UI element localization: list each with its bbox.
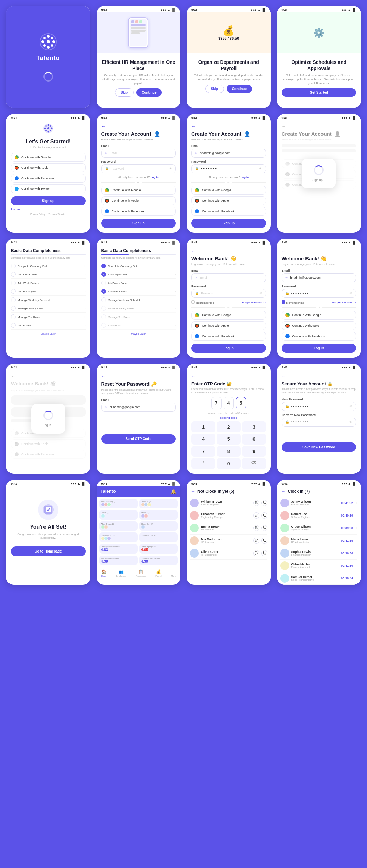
bdc-item-complete-company[interactable]: ✓ Complete Company Data › (101, 262, 176, 270)
call-btn[interactable]: 📞 (261, 525, 267, 531)
login-button[interactable]: Log in (191, 344, 266, 353)
clock-in-card[interactable]: Clock In (7) (139, 499, 178, 508)
otp-box-1[interactable]: 7 (211, 397, 222, 409)
back-arrow[interactable]: ← (191, 124, 266, 129)
reset-email-input[interactable]: ✉ hr.admin@google.com (101, 403, 176, 412)
password-input[interactable]: 🔒 •••••••••• 👁 (282, 289, 356, 298)
skip-button-2[interactable]: Skip (205, 85, 224, 93)
email-input[interactable]: ✉ hr.admin@google.com (282, 273, 356, 282)
bdc-item-employees[interactable]: ✓ Add Employees › (101, 287, 176, 296)
remember-checkbox-checked[interactable] (282, 300, 285, 304)
password-input[interactable]: 🔒 Password 👁 (191, 289, 266, 298)
numpad-2[interactable]: 2 (217, 421, 241, 432)
bdc-item-salary[interactable]: Manage Salary Rates › (101, 304, 176, 313)
bdc-item-employees[interactable]: Add Employees › (11, 287, 86, 296)
message-btn[interactable]: 💬 (253, 525, 259, 531)
numpad-0[interactable]: 0 (217, 458, 241, 469)
bdc-item-tax[interactable]: Manage Tax Rates › (11, 313, 86, 321)
overtime-in-card[interactable]: Overtime In (3) (99, 532, 138, 542)
terms-link[interactable]: Terms of Service (48, 213, 66, 215)
numpad-3[interactable]: 3 (242, 421, 266, 432)
signup-button[interactable]: Sign up (191, 219, 266, 228)
bdc-item-admin[interactable]: Add Admin › (101, 321, 176, 330)
not-clock-in-card[interactable]: Not Clock In (3) (99, 499, 138, 508)
apple-btn[interactable]: 🍎 Continue with Apple (282, 321, 356, 330)
bdc-item-workday[interactable]: Manage Workday Schedule › (11, 296, 86, 304)
otp-box-3[interactable]: 5 (236, 397, 246, 409)
numpad-9[interactable]: 9 (242, 446, 266, 457)
apple-login-btn[interactable]: 🍎 Continue with Apple (11, 163, 86, 172)
message-btn[interactable]: 💬 (253, 538, 259, 544)
bdc-item-salary[interactable]: Manage Salary Rates › (11, 304, 86, 313)
call-btn[interactable]: 📞 (261, 550, 267, 556)
bdc-item-work-pattern[interactable]: Add Work Pattern › (11, 279, 86, 287)
otp-input-boxes[interactable]: 7 4 5 (191, 397, 266, 409)
login-button[interactable]: Log in (282, 344, 356, 353)
nav-payroll[interactable]: 💰 Payroll (155, 569, 161, 577)
resend-link[interactable]: Resend code (220, 416, 237, 419)
apple-btn[interactable]: 🍎 Continue with Apple (101, 196, 176, 205)
forgot-password-link[interactable]: Forgot Password? (332, 301, 356, 304)
call-btn[interactable]: 📞 (261, 538, 267, 544)
remember-checkbox[interactable] (191, 300, 195, 304)
email-input[interactable]: ✉ hr.admin@google.com (191, 149, 266, 158)
send-otp-button[interactable]: Send OTP Code (101, 434, 176, 444)
numpad-backspace[interactable]: ⌫ (242, 458, 266, 469)
back-arrow[interactable]: ← (191, 489, 195, 494)
message-btn[interactable]: 💬 (253, 512, 259, 519)
apple-btn[interactable]: 🍎 Continue with Apple (191, 196, 266, 205)
facebook-btn[interactable]: Continue with Facebook (191, 207, 266, 216)
back-arrow[interactable]: ← (101, 373, 176, 379)
bdc-item-add-dept[interactable]: Add Department › (11, 270, 86, 279)
google-btn[interactable]: Continue with Google (191, 186, 266, 195)
bdc-item-work-pattern[interactable]: Add Work Pattern › (101, 279, 176, 287)
clock-out-card[interactable]: Clock Out (1) (139, 521, 178, 531)
continue-button[interactable]: Continue (136, 88, 162, 97)
forgot-password-link[interactable]: Forgot Password? (242, 301, 266, 304)
email-input[interactable]: ✉ Email (101, 149, 176, 158)
maybe-later-link[interactable]: Maybe Later (11, 332, 86, 336)
login-link[interactable]: Log in (11, 207, 20, 211)
overtime-out-card[interactable]: Overtime Out (0) (139, 532, 178, 542)
apple-btn[interactable]: 🍎 Continue with Apple (191, 321, 266, 330)
back-arrow[interactable]: ← (282, 373, 356, 379)
numpad-6[interactable]: 6 (242, 434, 266, 445)
message-btn[interactable]: 💬 (253, 500, 259, 506)
twitter-login-btn[interactable]: Continue with Twitter (11, 184, 86, 193)
facebook-btn[interactable]: Continue with Facebook (282, 332, 356, 341)
numpad-7[interactable]: 7 (191, 446, 215, 457)
nav-attendance[interactable]: 📋 Attendance (136, 569, 146, 577)
numpad-star[interactable]: * (191, 458, 215, 469)
back-arrow[interactable]: ← (281, 489, 286, 494)
after-break-card[interactable]: After Break (2) (99, 521, 138, 531)
nav-home[interactable]: 🏠 Home (101, 569, 106, 577)
facebook-btn[interactable]: Continue with Facebook (101, 207, 176, 216)
bdc-item-complete-company[interactable]: Complete Company Data › (11, 262, 86, 270)
password-input[interactable]: 🔒 Password 👁 (101, 164, 176, 173)
back-arrow[interactable]: ← (101, 124, 176, 129)
skip-button[interactable]: Skip (115, 88, 134, 97)
nav-employees[interactable]: 👥 Employees (116, 569, 126, 577)
nav-more[interactable]: ⋯ More (171, 569, 176, 577)
login-link[interactable]: Log in (241, 176, 249, 179)
otp-box-2[interactable]: 4 (224, 397, 234, 409)
get-started-button[interactable]: Get Started (282, 88, 356, 97)
notification-icon[interactable]: 🔔 (171, 489, 176, 494)
google-login-btn[interactable]: Continue with Google (11, 153, 86, 162)
numpad-4[interactable]: 4 (191, 434, 215, 445)
maybe-later-link[interactable]: Maybe Later (101, 332, 176, 336)
call-btn[interactable]: 📞 (261, 500, 267, 506)
email-input[interactable]: ✉ Email (191, 273, 266, 282)
save-password-button[interactable]: Save New Password (282, 442, 356, 452)
password-input[interactable]: 🔒 •••••••••• 👁 (191, 164, 266, 173)
google-btn[interactable]: Continue with Google (282, 311, 356, 320)
numpad-8[interactable]: 8 (217, 446, 241, 457)
google-btn[interactable]: Continue with Google (101, 186, 176, 195)
signup-button[interactable]: Sign up (11, 196, 86, 205)
privacy-link[interactable]: Privacy Policy (30, 213, 45, 215)
new-password-input[interactable]: 🔒 •••••••••• 👁 (282, 402, 356, 411)
continue-button-2[interactable]: Continue (227, 85, 252, 93)
go-to-homepage-button[interactable]: Go to Homepage (11, 546, 86, 556)
bdc-item-add-dept[interactable]: ✓ Add Department › (101, 270, 176, 279)
numpad-1[interactable]: 1 (191, 421, 215, 432)
